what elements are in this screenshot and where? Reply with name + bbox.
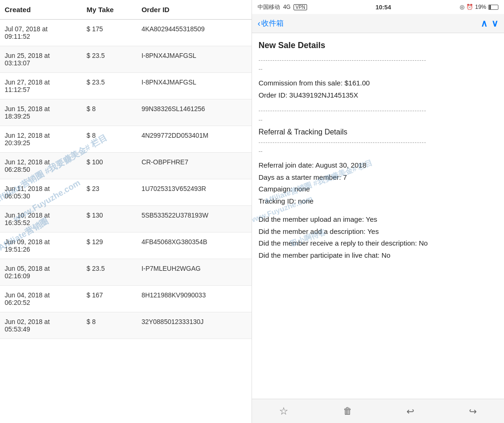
next-email-button[interactable]: ∨ bbox=[491, 18, 498, 29]
battery-icon bbox=[488, 5, 498, 10]
star-button[interactable]: ☆ bbox=[279, 405, 288, 417]
email-toolbar: ☆ 🗑 ↩ ↪ bbox=[252, 399, 504, 423]
cell-created: Jun 25, 2018 at 03:13:07 bbox=[0, 46, 82, 73]
cell-created: Jun 12, 2018 at 20:39:25 bbox=[0, 126, 82, 153]
receive-reply-line: Did the member receive a reply to their … bbox=[259, 237, 497, 249]
cell-order-id: 5SB533522U378193W bbox=[137, 206, 252, 233]
trash-button[interactable]: 🗑 bbox=[343, 406, 352, 416]
cell-order-id: 4FB45068XG380354B bbox=[137, 233, 252, 259]
add-description-line: Did the member add a description: Yes bbox=[259, 226, 497, 238]
table-row: Jun 02, 2018 at 05:53:49 $ 8 32Y08850123… bbox=[0, 312, 252, 339]
table-row: Jun 04, 2018 at 06:20:52 $ 167 8H121988K… bbox=[0, 286, 252, 312]
cell-created: Jun 09, 2018 at 19:51:26 bbox=[0, 233, 82, 259]
reply-button[interactable]: ↩ bbox=[406, 406, 414, 417]
table-row: Jun 27, 2018 at 11:12:57 $ 23.5 I-8PNX4J… bbox=[0, 73, 252, 99]
email-header-bar: ‹ 收件箱 ∧ ∨ bbox=[252, 14, 504, 33]
email-divider-1: ----------------------------------------… bbox=[259, 57, 497, 63]
days-starter-line: Days as a starter member: 7 bbox=[259, 171, 497, 183]
carrier-signal: 中国移动 4G VPN bbox=[258, 3, 307, 11]
table-row: Jun 11, 2018 at 06:05:30 $ 23 1U7025313V… bbox=[0, 179, 252, 206]
cell-created: Jun 02, 2018 at 05:53:49 bbox=[0, 312, 82, 339]
cell-created: Jun 10, 2018 at 16:35:52 bbox=[0, 206, 82, 233]
cell-order-id: 32Y0885012333130J bbox=[137, 312, 252, 339]
right-panel: 中国移动 4G VPN 10:54 ◎ ⏰ 19% ‹ 收件箱 ∧ bbox=[252, 0, 504, 423]
cell-my-take: $ 23.5 bbox=[82, 46, 137, 73]
cell-order-id: I-P7MLEUH2WGAG bbox=[137, 259, 252, 286]
live-chat-line: Did the member participate in live chat:… bbox=[259, 249, 497, 261]
cell-my-take: $ 129 bbox=[82, 233, 137, 259]
table-row: Jun 15, 2018 at 18:39:25 $ 8 99N38326SL1… bbox=[0, 99, 252, 126]
referral-details-section: Referral join date: August 30, 2018 Days… bbox=[259, 159, 497, 207]
cell-order-id: 4KA80294455318509 bbox=[137, 20, 252, 46]
table-row: Jun 10, 2018 at 16:35:52 $ 130 5SB533522… bbox=[0, 206, 252, 233]
cell-created: Jun 27, 2018 at 11:12:57 bbox=[0, 73, 82, 99]
cell-my-take: $ 23 bbox=[82, 179, 137, 206]
col-order-id: Order ID bbox=[137, 0, 252, 20]
cell-order-id: 4N299772DD053401M bbox=[137, 126, 252, 153]
order-id-line: Order ID: 3U439192NJ145135X bbox=[259, 89, 497, 101]
cell-my-take: $ 23.5 bbox=[82, 259, 137, 286]
back-button[interactable]: ‹ 收件箱 bbox=[258, 19, 284, 28]
cell-order-id: I-8PNX4JMAFGSL bbox=[137, 46, 252, 73]
commission-section: Commission from this sale: $161.00 Order… bbox=[259, 77, 497, 101]
table-row: Jun 25, 2018 at 03:13:07 $ 23.5 I-8PNX4J… bbox=[0, 46, 252, 73]
cell-my-take: $ 167 bbox=[82, 286, 137, 312]
cell-order-id: CR-OBPFHRE7 bbox=[137, 153, 252, 179]
forward-button[interactable]: ↪ bbox=[469, 406, 477, 417]
cell-my-take: $ 8 bbox=[82, 312, 137, 339]
status-bar: 中国移动 4G VPN 10:54 ◎ ⏰ 19% bbox=[252, 0, 504, 14]
table-row: Jun 12, 2018 at 06:28:50 $ 100 CR-OBPFHR… bbox=[0, 153, 252, 179]
member-activity-section: Did the member upload an image: Yes Did … bbox=[259, 213, 497, 261]
email-content[interactable]: New Sale Details -----------------------… bbox=[252, 33, 504, 399]
cell-created: Jul 07, 2018 at 09:11:52 bbox=[0, 20, 82, 46]
email-divider-3: ----------------------------------------… bbox=[259, 139, 497, 146]
right-panel-wrapper: 中国移动 4G VPN 10:54 ◎ ⏰ 19% ‹ 收件箱 ∧ bbox=[252, 0, 504, 423]
commission-line: Commission from this sale: $161.00 bbox=[259, 77, 497, 89]
back-arrow-icon: ‹ bbox=[258, 19, 260, 28]
email-divider-2: ----------------------------------------… bbox=[259, 107, 497, 114]
cell-order-id: 99N38326SL1461256 bbox=[137, 99, 252, 126]
email-double-dash-3: -- bbox=[259, 148, 497, 155]
referral-section-title: Referral & Tracking Details bbox=[259, 128, 497, 136]
status-icons: ◎ ⏰ 19% bbox=[460, 4, 498, 10]
upload-image-line: Did the member upload an image: Yes bbox=[259, 213, 497, 226]
table-header-row: Created My Take Order ID bbox=[0, 0, 252, 20]
cell-order-id: 8H121988KV9090033 bbox=[137, 286, 252, 312]
left-panel: Affiliate营销圈 #我要赚美金# 栏目 www.Fuyuzhe.com … bbox=[0, 0, 252, 423]
cell-created: Jun 05, 2018 at 02:16:09 bbox=[0, 259, 82, 286]
alarm-icon: ⏰ bbox=[466, 4, 473, 10]
col-created: Created bbox=[0, 0, 82, 20]
prev-email-button[interactable]: ∧ bbox=[481, 18, 488, 29]
location-icon: ◎ bbox=[460, 4, 464, 10]
tracking-id-line: Tracking ID: none bbox=[259, 195, 497, 207]
cell-order-id: 1U7025313V652493R bbox=[137, 179, 252, 206]
table-row: Jul 07, 2018 at 09:11:52 $ 175 4KA802944… bbox=[0, 20, 252, 46]
table-row: Jun 09, 2018 at 19:51:26 $ 129 4FB45068X… bbox=[0, 233, 252, 259]
cell-created: Jun 11, 2018 at 06:05:30 bbox=[0, 179, 82, 206]
back-label: 收件箱 bbox=[261, 19, 284, 28]
cell-my-take: $ 23.5 bbox=[82, 73, 137, 99]
email-double-dash-1: -- bbox=[259, 65, 497, 72]
table-row: Jun 05, 2018 at 02:16:09 $ 23.5 I-P7MLEU… bbox=[0, 259, 252, 286]
referral-join-line: Referral join date: August 30, 2018 bbox=[259, 159, 497, 171]
col-my-take: My Take bbox=[82, 0, 137, 20]
cell-order-id: I-8PNX4JMAFGSL bbox=[137, 73, 252, 99]
nav-arrows: ∧ ∨ bbox=[481, 18, 498, 29]
email-double-dash-2: -- bbox=[259, 116, 497, 123]
cell-my-take: $ 130 bbox=[82, 206, 137, 233]
cell-my-take: $ 100 bbox=[82, 153, 137, 179]
cell-created: Jun 15, 2018 at 18:39:25 bbox=[0, 99, 82, 126]
campaign-line: Campaign: none bbox=[259, 183, 497, 195]
cell-my-take: $ 175 bbox=[82, 20, 137, 46]
sales-table: Created My Take Order ID Jul 07, 2018 at… bbox=[0, 0, 252, 339]
email-subject: New Sale Details bbox=[259, 41, 497, 50]
table-row: Jun 12, 2018 at 20:39:25 $ 8 4N299772DD0… bbox=[0, 126, 252, 153]
cell-my-take: $ 8 bbox=[82, 99, 137, 126]
cell-created: Jun 04, 2018 at 06:20:52 bbox=[0, 286, 82, 312]
status-time: 10:54 bbox=[376, 4, 391, 11]
battery-percent: 19% bbox=[475, 4, 486, 10]
cell-created: Jun 12, 2018 at 06:28:50 bbox=[0, 153, 82, 179]
cell-my-take: $ 8 bbox=[82, 126, 137, 153]
